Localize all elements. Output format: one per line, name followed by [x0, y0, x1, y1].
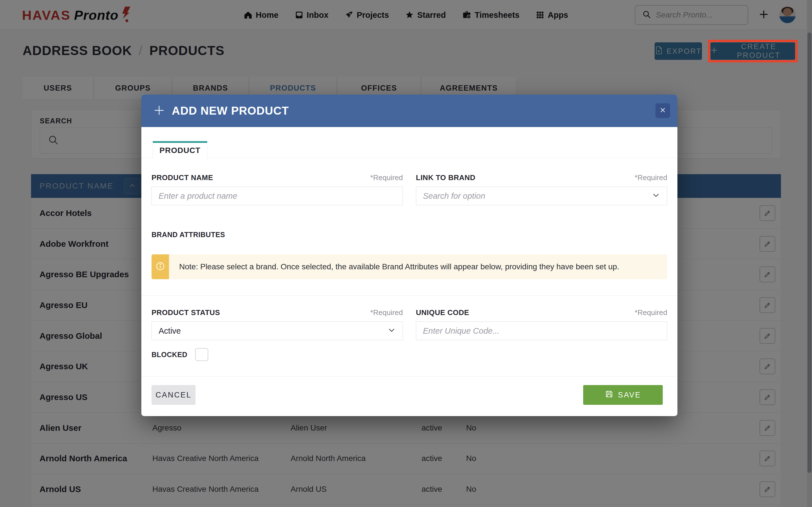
- unique-code-input[interactable]: [423, 326, 660, 336]
- brand-attributes-heading: BRAND ATTRIBUTES: [151, 231, 667, 239]
- link-to-brand-label: LINK TO BRAND: [416, 173, 476, 182]
- product-status-label: PRODUCT STATUS: [151, 308, 220, 317]
- link-to-brand-select[interactable]: Search for option: [416, 186, 667, 205]
- product-name-field-group: PRODUCT NAME *Required: [151, 173, 403, 205]
- unique-code-input-wrap: [416, 322, 667, 340]
- modal-footer: CANCEL SAVE: [141, 376, 677, 416]
- product-name-label: PRODUCT NAME: [151, 173, 213, 182]
- blocked-label: BLOCKED: [151, 351, 187, 359]
- required-hint: *Required: [370, 173, 403, 182]
- required-hint: *Required: [370, 308, 403, 317]
- close-icon: [660, 107, 666, 115]
- modal-body: PRODUCT NAME *Required LINK TO BRAND *Re…: [141, 158, 677, 376]
- blocked-checkbox[interactable]: [195, 348, 208, 361]
- product-name-input-wrap: [151, 186, 403, 205]
- required-hint: *Required: [634, 173, 667, 182]
- form-row-name-brand: PRODUCT NAME *Required LINK TO BRAND *Re…: [151, 173, 667, 205]
- product-status-select[interactable]: Active: [151, 322, 403, 340]
- cancel-button[interactable]: CANCEL: [151, 385, 195, 405]
- add-new-product-modal: ADD NEW PRODUCT PRODUCT PRODUCT NAME *Re…: [141, 95, 677, 416]
- brand-attributes-note: Note: Please select a brand. Once select…: [151, 255, 667, 279]
- chevron-down-icon: [652, 191, 660, 201]
- save-label: SAVE: [618, 391, 641, 399]
- modal-tab-product[interactable]: PRODUCT: [152, 141, 207, 158]
- modal-header: ADD NEW PRODUCT: [141, 95, 677, 127]
- unique-code-label: UNIQUE CODE: [416, 308, 469, 317]
- plus-icon: [154, 105, 165, 117]
- product-name-input[interactable]: [159, 191, 396, 201]
- modal-title: ADD NEW PRODUCT: [172, 104, 289, 117]
- link-to-brand-field-group: LINK TO BRAND *Required Search for optio…: [416, 173, 667, 205]
- select-placeholder: Search for option: [423, 191, 485, 201]
- required-hint: *Required: [634, 308, 667, 317]
- save-disk-icon: [605, 390, 613, 400]
- unique-code-field-group: UNIQUE CODE *Required: [416, 308, 667, 340]
- select-value: Active: [159, 326, 181, 336]
- chevron-down-icon: [387, 326, 396, 336]
- info-icon: [155, 262, 165, 272]
- note-text: Note: Please select a brand. Once select…: [169, 255, 667, 279]
- form-row-status-code: PRODUCT STATUS *Required Active UNIQUE C…: [151, 308, 667, 340]
- section-divider: [141, 295, 677, 296]
- note-icon-block: [151, 255, 169, 279]
- modal-tab-strip: PRODUCT: [141, 127, 677, 158]
- close-modal-button[interactable]: [655, 103, 670, 118]
- save-button[interactable]: SAVE: [583, 385, 663, 405]
- address-book-products-page: HAVAS Pronto Home Inbox Projects Starred: [0, 0, 812, 507]
- blocked-field-group: BLOCKED: [151, 348, 667, 361]
- product-status-field-group: PRODUCT STATUS *Required Active: [151, 308, 403, 340]
